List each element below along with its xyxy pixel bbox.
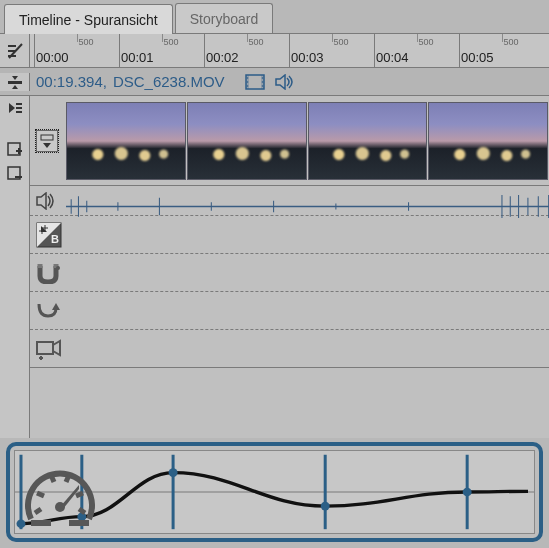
ruler-tick-minor	[247, 34, 248, 42]
clip-timecode: 00:19.394,	[36, 73, 107, 90]
svg-line-70	[66, 475, 69, 482]
ruler-tick-major	[204, 34, 205, 67]
magnet-icon	[36, 262, 62, 284]
ruler-tick-minor	[417, 34, 418, 42]
svg-line-67	[35, 509, 41, 513]
svg-marker-29	[43, 143, 51, 148]
svg-point-15	[261, 77, 263, 79]
speed-envelope-panel[interactable]	[6, 442, 543, 542]
insert-track-icon	[6, 73, 24, 91]
ruler-sub-label: 500	[249, 37, 264, 47]
filmstrip-icon	[245, 74, 265, 90]
svg-line-72	[79, 509, 85, 513]
svg-rect-58	[38, 264, 43, 268]
ruler-tick-label: 00:03	[291, 50, 324, 65]
svg-marker-19	[9, 103, 15, 113]
clip-thumbnail[interactable]	[428, 102, 548, 180]
keyframe-dot[interactable]	[463, 488, 472, 497]
ruler-sub-label: 500	[419, 37, 434, 47]
play-section-icon	[6, 99, 24, 117]
ruler-tick-major	[34, 34, 35, 67]
video-track[interactable]	[30, 96, 549, 186]
ruler-tick-major	[459, 34, 460, 67]
info-left-button[interactable]	[0, 73, 30, 91]
ruler-tool-button[interactable]	[0, 34, 30, 67]
video-track-header-button[interactable]	[36, 130, 58, 152]
speaker-icon	[36, 192, 58, 210]
time-ruler[interactable]: 00:0050000:0150000:0250000:0350000:04500…	[30, 34, 549, 67]
svg-marker-5	[12, 76, 18, 80]
tab-timeline[interactable]: Timeline - Spuransicht	[4, 4, 173, 34]
camera-track[interactable]	[30, 330, 549, 368]
svg-marker-74	[60, 485, 79, 509]
speaker-icon	[275, 74, 295, 90]
left-toolbar	[0, 96, 30, 438]
keyframe-dot[interactable]	[321, 502, 330, 511]
svg-line-68	[37, 493, 44, 496]
ruler-tick-minor	[162, 34, 163, 42]
svg-rect-20	[16, 107, 22, 109]
svg-rect-28	[41, 135, 53, 140]
ruler-tick-major	[374, 34, 375, 67]
svg-text:B: B	[51, 233, 59, 245]
clip-thumbnail[interactable]	[66, 102, 186, 180]
svg-rect-4	[8, 81, 22, 84]
zoom-slash-icon	[6, 42, 24, 60]
svg-rect-22	[16, 111, 22, 113]
tool-play-section[interactable]	[0, 96, 29, 120]
curve-arrow-icon	[36, 298, 62, 324]
fx-b-icon: B	[36, 222, 62, 248]
gauge-icon	[21, 459, 99, 537]
svg-rect-21	[16, 103, 22, 105]
tabs-bar: Timeline - Spuransicht Storyboard	[0, 0, 549, 34]
svg-point-60	[56, 266, 60, 270]
audio-track[interactable]	[30, 186, 549, 216]
ruler-row: 00:0050000:0150000:0250000:0350000:04500…	[0, 34, 549, 68]
svg-rect-62	[37, 342, 53, 354]
clip-thumbnail[interactable]	[187, 102, 307, 180]
svg-point-13	[246, 81, 248, 83]
ruler-tick-minor	[332, 34, 333, 42]
ruler-tick-label: 00:01	[121, 50, 154, 65]
tool-remove-outline[interactable]	[0, 162, 29, 186]
svg-point-16	[261, 81, 263, 83]
svg-point-17	[261, 85, 263, 87]
ruler-tick-label: 00:00	[36, 50, 69, 65]
tab-storyboard[interactable]: Storyboard	[175, 3, 273, 33]
effects-track[interactable]: B	[30, 216, 549, 254]
svg-marker-6	[12, 85, 18, 89]
svg-point-14	[246, 85, 248, 87]
add-box-icon	[6, 141, 24, 159]
svg-marker-18	[276, 75, 285, 89]
ruler-sub-label: 500	[79, 37, 94, 47]
ruler-tick-minor	[77, 34, 78, 42]
svg-line-69	[51, 475, 54, 482]
remove-box-icon	[6, 165, 24, 183]
tool-add-outline[interactable]	[0, 138, 29, 162]
ruler-tick-major	[119, 34, 120, 67]
camera-add-icon	[36, 338, 64, 360]
svg-marker-63	[53, 341, 60, 355]
expand-down-icon	[39, 133, 55, 149]
ruler-sub-label: 500	[504, 37, 519, 47]
svg-point-12	[246, 77, 248, 79]
clip-filename: DSC_6238.MOV	[113, 73, 225, 90]
svg-marker-30	[37, 193, 46, 209]
svg-marker-61	[52, 303, 60, 310]
svg-line-71	[76, 493, 83, 496]
ruler-tick-label: 00:02	[206, 50, 239, 65]
tracks-area: B	[30, 96, 549, 438]
snap-track[interactable]	[30, 254, 549, 292]
ruler-sub-label: 500	[164, 37, 179, 47]
ruler-tick-label: 00:05	[461, 50, 494, 65]
clip-info-bar: 00:19.394, DSC_6238.MOV	[0, 68, 549, 96]
ruler-tick-label: 00:04	[376, 50, 409, 65]
ruler-tick-minor	[502, 34, 503, 42]
clip-thumbnail[interactable]	[308, 102, 428, 180]
ruler-tick-major	[289, 34, 290, 67]
keyframe-dot[interactable]	[169, 468, 178, 477]
motion-track[interactable]	[30, 292, 549, 330]
ruler-sub-label: 500	[334, 37, 349, 47]
